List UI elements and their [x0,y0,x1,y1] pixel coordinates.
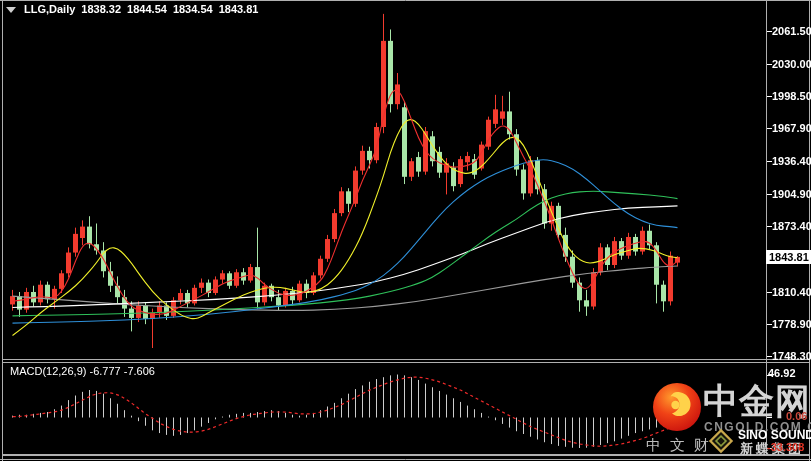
close-value: 1843.81 [219,3,259,15]
price-axis-label: 1967.90 [772,122,811,134]
symbol-period-label: LLG,Daily [24,3,75,15]
chart-header: LLG,Daily1838.321844.541834.541843.81 [6,3,258,15]
macd-axis-max: 46.92 [768,367,796,379]
price-axis-label: 1904.90 [772,188,811,200]
price-axis-label: 1873.40 [772,220,811,232]
chart-canvas[interactable] [0,0,811,461]
price-axis-label: 1810.40 [772,286,811,298]
open-value: 1838.32 [81,3,121,15]
current-price-tag: 1843.81 [766,250,811,264]
price-axis-label: 1778.90 [772,318,811,330]
price-axis[interactable]: 1843.81 2061.502030.001998.501967.901936… [766,0,811,461]
high-value: 1844.54 [127,3,167,15]
macd-axis-min: -33.308 [767,441,804,453]
macd-axis-mid: 0.06 [786,410,807,422]
chevron-down-icon[interactable] [6,7,16,13]
low-value: 1834.54 [173,3,213,15]
price-axis-label: 1936.40 [772,155,811,167]
macd-indicator-label: MACD(12,26,9) -6.777 -7.606 [10,365,155,377]
price-axis-label: 1748.30 [772,350,811,362]
trading-chart-window: 中金网 CNGOLD.COM.CN 中文财 SINO SOUND 新蝶集团 LL… [0,0,811,461]
price-axis-label: 2030.00 [772,58,811,70]
price-axis-label: 1998.50 [772,90,811,102]
price-axis-label: 2061.50 [772,25,811,37]
